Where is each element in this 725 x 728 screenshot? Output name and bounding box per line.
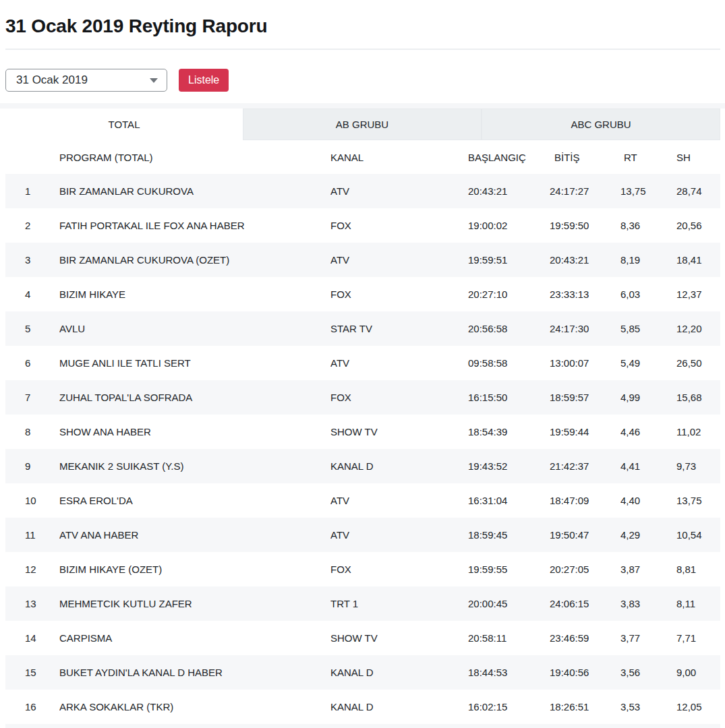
kanal-cell: ATV	[330, 174, 468, 208]
tab-total[interactable]: TOTAL	[5, 109, 243, 140]
table-row: 2FATIH PORTAKAL ILE FOX ANA HABERFOX19:0…	[5, 208, 720, 243]
baslangic-cell: 09:58:58	[468, 346, 550, 380]
baslangic-cell: 20:58:11	[468, 621, 550, 655]
bitis-cell: 24:17:27	[550, 174, 620, 208]
kanal-cell: KANAL D	[330, 449, 468, 483]
table-row: 1BIR ZAMANLAR CUKUROVAATV20:43:2124:17:2…	[5, 174, 720, 208]
rt-cell: 6,03	[620, 277, 676, 311]
kanal-cell: SHOW TV	[330, 415, 468, 449]
chevron-down-icon	[150, 78, 158, 83]
date-select-value: 31 Ocak 2019	[16, 73, 88, 87]
ratings-table: PROGRAM (TOTAL) KANAL BAŞLANGIÇ BİTİŞ RT…	[5, 140, 720, 724]
table-row: 11ATV ANA HABERATV18:59:4519:50:474,2910…	[5, 518, 720, 552]
bitis-column-header: BİTİŞ	[550, 140, 620, 174]
bitis-cell: 21:42:37	[550, 449, 620, 483]
bitis-cell: 19:50:47	[550, 518, 620, 552]
title-divider	[5, 49, 720, 50]
table-row: 5AVLUSTAR TV20:56:5824:17:305,8512,20	[5, 311, 720, 346]
sh-cell: 7,71	[676, 621, 720, 655]
sh-cell: 20,56	[676, 208, 720, 243]
rt-cell: 3,83	[620, 586, 676, 621]
kanal-cell: KANAL D	[330, 655, 468, 690]
rank-cell: 15	[5, 655, 59, 690]
table-row: 7ZUHAL TOPAL'LA SOFRADAFOX16:15:5018:59:…	[5, 380, 720, 415]
program-cell: ATV ANA HABER	[59, 518, 330, 552]
bitis-cell: 23:46:59	[550, 621, 620, 655]
kanal-cell: ATV	[330, 243, 468, 277]
bitis-cell: 20:43:21	[550, 243, 620, 277]
page-title: 31 Ocak 2019 Reyting Raporu	[5, 15, 720, 38]
sh-cell: 11,02	[676, 415, 720, 449]
program-cell: AVLU	[59, 311, 330, 346]
rank-cell: 11	[5, 518, 59, 552]
table-row: 15BUKET AYDIN'LA KANAL D HABERKANAL D18:…	[5, 655, 720, 690]
program-cell: ARKA SOKAKLAR (TKR)	[59, 690, 330, 724]
sh-cell: 8,11	[676, 586, 720, 621]
kanal-cell: ATV	[330, 518, 468, 552]
kanal-cell: TRT 1	[330, 586, 468, 621]
listele-button[interactable]: Listele	[179, 69, 229, 92]
rank-cell: 8	[5, 415, 59, 449]
program-cell: ESRA EROL'DA	[59, 483, 330, 518]
bitis-cell: 18:47:09	[550, 483, 620, 518]
baslangic-cell: 20:00:45	[468, 586, 550, 621]
baslangic-cell: 20:27:10	[468, 277, 550, 311]
rt-cell: 8,19	[620, 243, 676, 277]
rank-cell: 10	[5, 483, 59, 518]
baslangic-cell: 16:02:15	[468, 690, 550, 724]
sh-cell: 9,73	[676, 449, 720, 483]
baslangic-cell: 18:44:53	[468, 655, 550, 690]
program-cell: BUKET AYDIN'LA KANAL D HABER	[59, 655, 330, 690]
sh-cell: 12,37	[676, 277, 720, 311]
rank-cell: 5	[5, 311, 59, 346]
rank-cell: 14	[5, 621, 59, 655]
kanal-cell: FOX	[330, 208, 468, 243]
table-row: 12BIZIM HIKAYE (OZET)FOX19:59:5520:27:05…	[5, 552, 720, 586]
table-row: 9MEKANIK 2 SUIKAST (Y.S)KANAL D19:43:522…	[5, 449, 720, 483]
bitis-cell: 19:59:44	[550, 415, 620, 449]
page-root: 31 Ocak 2019 Reyting Raporu 31 Ocak 2019…	[0, 15, 725, 728]
sh-cell: 12,05	[676, 690, 720, 724]
bitis-cell: 20:27:05	[550, 552, 620, 586]
tab-bar-top-strip	[0, 103, 725, 109]
rt-cell: 13,75	[620, 174, 676, 208]
table-header-row: PROGRAM (TOTAL) KANAL BAŞLANGIÇ BİTİŞ RT…	[5, 140, 720, 174]
sh-cell: 28,74	[676, 174, 720, 208]
rt-cell: 4,46	[620, 415, 676, 449]
kanal-cell: FOX	[330, 380, 468, 415]
baslangic-cell: 20:56:58	[468, 311, 550, 346]
rt-cell: 3,56	[620, 655, 676, 690]
kanal-cell: ATV	[330, 346, 468, 380]
kanal-cell: SHOW TV	[330, 621, 468, 655]
sh-cell: 18,41	[676, 243, 720, 277]
bitis-cell: 13:00:07	[550, 346, 620, 380]
tab-ab-grubu[interactable]: AB GRUBU	[243, 109, 482, 140]
kanal-cell: KANAL D	[330, 690, 468, 724]
rank-column-header	[5, 140, 59, 174]
sh-cell: 8,81	[676, 552, 720, 586]
sh-cell: 9,00	[676, 655, 720, 690]
sh-cell: 15,68	[676, 380, 720, 415]
program-cell: MUGE ANLI ILE TATLI SERT	[59, 346, 330, 380]
tab-abc-grubu[interactable]: ABC GRUBU	[482, 109, 720, 140]
table-row: 8SHOW ANA HABERSHOW TV18:54:3919:59:444,…	[5, 415, 720, 449]
rt-column-header: RT	[620, 140, 676, 174]
rt-cell: 3,77	[620, 621, 676, 655]
baslangic-cell: 18:59:45	[468, 518, 550, 552]
baslangic-cell: 19:59:55	[468, 552, 550, 586]
baslangic-cell: 16:31:04	[468, 483, 550, 518]
rt-cell: 5,85	[620, 311, 676, 346]
program-cell: MEHMETCIK KUTLU ZAFER	[59, 586, 330, 621]
date-select[interactable]: 31 Ocak 2019	[5, 69, 167, 92]
program-cell: BIR ZAMANLAR CUKUROVA	[59, 174, 330, 208]
table-row: 10ESRA EROL'DAATV16:31:0418:47:094,4013,…	[5, 483, 720, 518]
kanal-column-header: KANAL	[330, 140, 468, 174]
kanal-cell: FOX	[330, 552, 468, 586]
program-cell: MEKANIK 2 SUIKAST (Y.S)	[59, 449, 330, 483]
program-cell: FATIH PORTAKAL ILE FOX ANA HABER	[59, 208, 330, 243]
rt-cell: 4,29	[620, 518, 676, 552]
rank-cell: 7	[5, 380, 59, 415]
rank-cell: 4	[5, 277, 59, 311]
sh-cell: 12,20	[676, 311, 720, 346]
program-cell: BIR ZAMANLAR CUKUROVA (OZET)	[59, 243, 330, 277]
